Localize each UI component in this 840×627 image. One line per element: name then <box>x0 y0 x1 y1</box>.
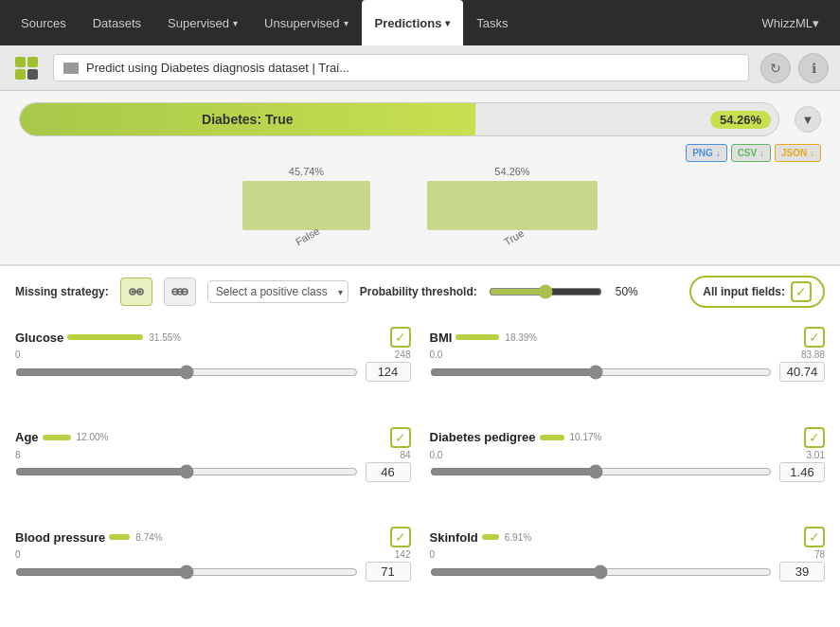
field-age: Age 12.00% ✓ 8 84 <box>15 427 411 518</box>
threshold-label: Probability threshold: <box>360 285 477 298</box>
nav-sources[interactable]: Sources <box>8 0 80 45</box>
header-actions: ↻ ℹ <box>760 53 829 83</box>
field-bmi-pct: 18.39% <box>505 332 537 343</box>
field-age-check[interactable]: ✓ <box>390 427 411 448</box>
field-glucose-slider-row <box>15 362 411 382</box>
field-bmi-name: BMI <box>430 331 453 345</box>
field-bp-header: Blood pressure 8.74% ✓ <box>15 527 411 547</box>
field-glucose-name: Glucose <box>15 331 63 345</box>
nav-tasks-label: Tasks <box>476 16 508 30</box>
field-sf-check[interactable]: ✓ <box>804 527 825 547</box>
strategy-btn-1[interactable] <box>120 278 152 306</box>
bar-true-rect <box>427 181 598 230</box>
field-bp-name: Blood pressure <box>15 530 105 545</box>
header-title-icon <box>63 63 79 74</box>
all-fields-check[interactable]: ✓ <box>791 281 812 302</box>
threshold-value: 50% <box>616 285 638 298</box>
field-age-value[interactable] <box>366 462 411 482</box>
field-glucose-slider[interactable] <box>15 365 358 380</box>
result-section: Diabetes: True 54.26% ▼ <box>0 91 840 136</box>
refresh-button[interactable]: ↻ <box>760 53 791 83</box>
info-button[interactable]: ℹ <box>798 53 829 83</box>
field-age-slider[interactable] <box>15 464 358 479</box>
svg-rect-3 <box>27 69 38 80</box>
field-glucose-range: 0 248 <box>15 349 411 360</box>
field-glucose-header: Glucose 31.55% ✓ <box>15 327 411 348</box>
bar-true-pct: 54.26% <box>494 166 529 177</box>
export-png-button[interactable]: PNG ↓ <box>686 144 726 162</box>
field-sf-max: 78 <box>814 549 825 560</box>
field-dp-slider[interactable] <box>430 464 773 479</box>
field-bmi-slider-row <box>430 362 826 382</box>
nav-user[interactable]: WhizzML ▾ <box>749 0 832 45</box>
export-csv-button[interactable]: CSV ↓ <box>731 144 771 162</box>
field-bmi-value[interactable] <box>779 362 825 382</box>
nav-predictions[interactable]: Predictions ▾ <box>362 0 464 45</box>
nav-datasets[interactable]: Datasets <box>80 0 154 45</box>
field-dp-range: 0.0 3.01 <box>430 450 826 460</box>
field-age-max: 84 <box>400 450 410 460</box>
nav-predictions-caret: ▾ <box>445 18 450 28</box>
all-fields-label: All input fields: <box>703 285 785 298</box>
prediction-percent: 54.26% <box>710 111 771 129</box>
field-bmi: BMI 18.39% ✓ 0.0 83.88 <box>430 327 826 418</box>
app-logo[interactable] <box>11 53 42 83</box>
field-glucose-pct: 31.55% <box>149 332 181 343</box>
nav-supervised[interactable]: Supervised ▾ <box>154 0 251 45</box>
field-bmi-max: 83.88 <box>801 349 825 360</box>
field-bmi-check[interactable]: ✓ <box>804 327 825 348</box>
bar-false: 45.74% False <box>242 166 370 253</box>
field-bmi-top: BMI 18.39% <box>430 331 538 345</box>
chart-area: PNG ↓ CSV ↓ JSON ↓ 45.74% False 54.26% T… <box>0 136 840 264</box>
field-glucose-check[interactable]: ✓ <box>390 327 411 348</box>
field-dp-value[interactable] <box>779 462 825 482</box>
export-json-button[interactable]: JSON ↓ <box>775 144 821 162</box>
prediction-bar: Diabetes: True 54.26% <box>19 102 779 136</box>
navbar: Sources Datasets Supervised ▾ Unsupervis… <box>0 0 840 45</box>
strategy-btn-2[interactable] <box>164 278 196 306</box>
field-age-bar-container: 12.00% <box>43 432 109 442</box>
field-glucose: Glucose 31.55% ✓ 0 248 <box>15 327 411 418</box>
controls-section: Missing strategy: Select a positive clas… <box>0 264 840 317</box>
nav-user-caret: ▾ <box>813 16 819 30</box>
nav-user-label: WhizzML <box>762 16 813 30</box>
field-skinfold: Skinfold 6.91% ✓ 0 78 <box>430 527 826 618</box>
field-dp-min: 0.0 <box>430 450 443 460</box>
positive-class-select[interactable]: Select a positive class <box>207 280 349 303</box>
field-dp-max: 3.01 <box>807 450 825 460</box>
nav-sources-label: Sources <box>21 16 66 30</box>
field-bp-check[interactable]: ✓ <box>390 527 411 547</box>
field-sf-top: Skinfold 6.91% <box>430 530 532 545</box>
svg-rect-2 <box>15 69 26 80</box>
field-age-range: 8 84 <box>15 450 411 460</box>
field-bp-slider-row <box>15 562 411 582</box>
field-dp-top: Diabetes pedigree 10.17% <box>430 430 602 444</box>
nav-unsupervised[interactable]: Unsupervised ▾ <box>251 0 362 45</box>
field-age-slider-row <box>15 462 411 482</box>
expand-button[interactable]: ▼ <box>795 106 821 133</box>
field-glucose-importance-bar <box>67 334 143 340</box>
threshold-slider[interactable] <box>489 284 602 299</box>
field-sf-slider[interactable] <box>430 564 773 580</box>
field-bmi-slider[interactable] <box>430 365 773 380</box>
bar-true-label: True <box>502 227 526 248</box>
field-bp-pct: 8.74% <box>135 532 162 543</box>
field-age-top: Age 12.00% <box>15 430 108 444</box>
field-glucose-min: 0 <box>15 349 21 360</box>
field-bp-slider[interactable] <box>15 564 358 580</box>
field-bp-value[interactable] <box>366 562 411 582</box>
field-dp-check[interactable]: ✓ <box>804 427 825 448</box>
svg-point-7 <box>131 291 134 294</box>
field-diabetes-pedigree: Diabetes pedigree 10.17% ✓ 0.0 3.01 <box>430 427 826 518</box>
fields-section: Glucose 31.55% ✓ 0 248 BM <box>0 317 840 627</box>
bars-container: 45.74% False 54.26% True <box>19 166 821 253</box>
svg-point-8 <box>138 291 141 294</box>
nav-tasks[interactable]: Tasks <box>463 0 521 45</box>
field-sf-pct: 6.91% <box>505 532 531 543</box>
prediction-fill: Diabetes: True <box>20 103 475 135</box>
field-glucose-value[interactable] <box>366 362 411 382</box>
prediction-label: Diabetes: True <box>202 112 293 127</box>
field-glucose-max: 248 <box>395 349 411 360</box>
field-age-name: Age <box>15 430 39 444</box>
field-sf-value[interactable] <box>779 562 825 582</box>
